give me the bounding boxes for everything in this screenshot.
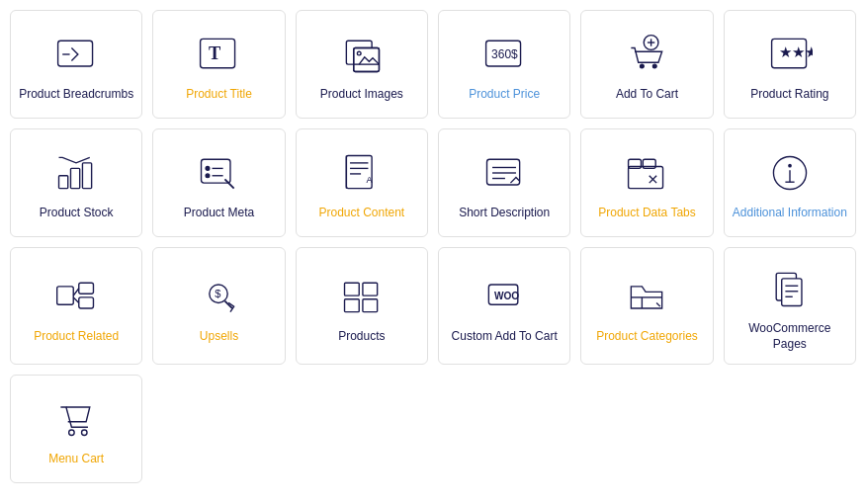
upsells-icon: $ xyxy=(194,272,243,321)
widget-label: Add To Cart xyxy=(616,87,678,103)
svg-point-22 xyxy=(207,167,211,171)
widget-label: Product Images xyxy=(320,87,403,103)
widget-label: Custom Add To Cart xyxy=(452,329,558,345)
widget-product-categories[interactable]: Product Categories xyxy=(580,247,713,365)
widget-label: Product Data Tabs xyxy=(598,206,696,221)
widget-product-title[interactable]: T Product Title xyxy=(152,10,285,119)
widget-label: Product Meta xyxy=(184,206,254,221)
breadcrumbs-icon xyxy=(51,30,101,79)
widget-product-meta[interactable]: Product Meta xyxy=(152,128,285,237)
custom-cart-icon: WOO xyxy=(479,272,529,321)
widget-product-content[interactable]: A Product Content xyxy=(296,128,428,237)
widget-product-data-tabs[interactable]: Product Data Tabs xyxy=(580,128,713,237)
svg-rect-18 xyxy=(59,176,68,189)
title-icon: T xyxy=(194,30,243,79)
svg-rect-51 xyxy=(344,299,359,312)
svg-rect-50 xyxy=(363,283,378,295)
data-tabs-icon xyxy=(622,148,671,198)
widget-label: Product Content xyxy=(318,206,404,221)
widget-upsells[interactable]: $ Upsells xyxy=(152,247,285,365)
meta-icon xyxy=(194,148,243,198)
svg-rect-20 xyxy=(83,163,92,189)
widget-label: Upsells xyxy=(200,329,238,345)
svg-rect-42 xyxy=(57,287,74,304)
svg-line-46 xyxy=(73,297,79,303)
svg-rect-52 xyxy=(363,299,378,312)
price-icon: 360$ xyxy=(479,30,529,79)
additional-info-icon xyxy=(765,148,815,198)
widget-label: Short Description xyxy=(459,206,550,221)
svg-text:$: $ xyxy=(216,288,221,299)
svg-text:A: A xyxy=(366,175,373,185)
svg-point-63 xyxy=(82,430,88,436)
widget-product-related[interactable]: Product Related xyxy=(10,247,142,365)
svg-rect-0 xyxy=(58,41,93,66)
svg-text:★★★: ★★★ xyxy=(779,44,813,60)
widget-menu-cart[interactable]: Menu Cart xyxy=(10,375,142,483)
widget-label: WooCommerce Pages xyxy=(733,321,847,352)
widget-product-price[interactable]: 360$ Product Price xyxy=(438,10,570,119)
widget-label: Product Stock xyxy=(40,206,114,221)
products-icon xyxy=(337,272,387,321)
widget-label: Product Title xyxy=(186,87,252,103)
widget-label: Product Related xyxy=(34,329,119,345)
widget-label: Product Breadcrumbs xyxy=(19,87,133,103)
stock-icon xyxy=(51,148,101,198)
svg-point-40 xyxy=(788,164,792,168)
add-to-cart-icon xyxy=(622,30,671,79)
svg-point-62 xyxy=(69,430,75,436)
menu-cart-icon xyxy=(51,394,101,444)
widget-additional-information[interactable]: Additional Information xyxy=(724,128,856,237)
svg-rect-36 xyxy=(629,167,663,189)
widget-products[interactable]: Products xyxy=(296,247,428,365)
content-icon: A xyxy=(337,148,387,198)
svg-rect-44 xyxy=(79,297,94,308)
widget-woocommerce-pages[interactable]: WooCommerce Pages xyxy=(724,247,856,365)
svg-point-14 xyxy=(641,64,645,68)
svg-text:T: T xyxy=(209,43,220,63)
svg-rect-43 xyxy=(79,283,94,294)
widget-label: Product Rating xyxy=(750,87,828,103)
svg-rect-49 xyxy=(344,283,359,295)
widget-custom-add-to-cart[interactable]: WOO Custom Add To Cart xyxy=(438,247,570,365)
widget-product-images[interactable]: Product Images xyxy=(296,10,428,119)
widget-product-stock[interactable]: Product Stock xyxy=(10,128,142,237)
widget-label: Product Price xyxy=(469,87,540,103)
svg-rect-32 xyxy=(487,159,520,185)
rating-icon: ★★★ xyxy=(765,30,815,79)
categories-icon xyxy=(622,272,671,321)
widget-label: Product Categories xyxy=(596,329,698,345)
widget-grid: Product Breadcrumbs T Product Title Prod… xyxy=(10,10,856,483)
svg-rect-58 xyxy=(782,279,802,306)
widget-product-breadcrumbs[interactable]: Product Breadcrumbs xyxy=(10,10,142,119)
related-icon xyxy=(51,272,101,321)
images-icon xyxy=(337,30,387,79)
widget-label: Additional Information xyxy=(733,206,847,221)
svg-line-45 xyxy=(73,289,79,295)
svg-rect-19 xyxy=(71,169,80,189)
widget-short-description[interactable]: Short Description xyxy=(438,128,570,237)
short-desc-icon xyxy=(479,148,529,198)
widget-label: Products xyxy=(338,329,385,345)
svg-text:WOO: WOO xyxy=(494,291,519,301)
widget-product-rating[interactable]: ★★★ Product Rating xyxy=(724,10,856,119)
svg-text:360$: 360$ xyxy=(491,47,518,61)
svg-point-15 xyxy=(653,64,657,68)
widget-label: Menu Cart xyxy=(48,452,104,467)
woo-pages-icon xyxy=(765,264,815,313)
svg-point-23 xyxy=(207,174,211,178)
widget-add-to-cart[interactable]: Add To Cart xyxy=(580,10,713,119)
